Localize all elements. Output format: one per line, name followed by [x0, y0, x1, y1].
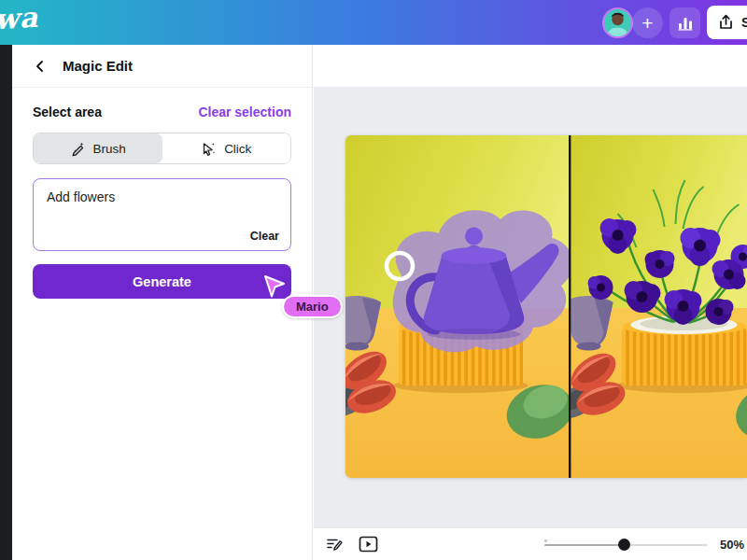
zoom-slider-tick [544, 539, 547, 542]
notes-pencil-icon [325, 535, 344, 553]
present-button[interactable] [356, 532, 380, 556]
zoom-slider-knob[interactable] [618, 539, 630, 551]
prompt-input[interactable]: Add flowers Clear [33, 178, 291, 251]
editor-toolbar-strip [314, 45, 747, 87]
top-bar: wa + Sha [0, 0, 747, 45]
share-button[interactable]: Share [707, 6, 747, 39]
after-image-half [549, 135, 747, 478]
panel-body: Select area Clear selection Brush [12, 88, 312, 299]
plus-icon: + [641, 12, 653, 35]
tool-click-button[interactable]: Click [162, 133, 291, 163]
panel-header: Magic Edit [12, 45, 312, 88]
zoom-level-value: 50% [720, 538, 744, 552]
magic-brush-icon [70, 141, 86, 157]
before-after-image [345, 135, 747, 478]
select-area-row: Select area Clear selection [33, 105, 291, 119]
avatar[interactable] [602, 7, 633, 38]
tool-brush-button[interactable]: Brush [34, 133, 162, 163]
before-image-half [345, 135, 580, 478]
cursor-sparkle-icon [201, 141, 217, 157]
chevron-left-icon [33, 59, 48, 74]
back-button[interactable] [31, 57, 49, 76]
zoom-slider-track[interactable] [624, 544, 708, 546]
tool-brush-label: Brush [93, 142, 126, 156]
before-after-divider [569, 135, 571, 478]
bottom-bar: 50% [313, 527, 747, 560]
canva-logo[interactable]: wa [0, 1, 39, 35]
avatar-image [604, 9, 631, 36]
play-presentation-icon [359, 536, 378, 553]
bar-chart-icon [677, 15, 694, 32]
collaborator-name-badge: Mario [282, 295, 343, 318]
design-preview-image[interactable] [345, 135, 747, 478]
prompt-clear-button[interactable]: Clear [250, 230, 279, 243]
tool-click-label: Click [224, 142, 251, 156]
collaborator-cursor-icon [262, 274, 288, 300]
generate-button[interactable]: Generate [33, 264, 291, 299]
zoom-slider[interactable] [544, 539, 708, 551]
collapsed-side-rail [0, 45, 12, 560]
selection-tool-toggle: Brush Click [33, 133, 291, 164]
upload-icon [718, 14, 734, 31]
panel-title: Magic Edit [63, 58, 133, 74]
canva-magic-edit-app: wa + Sha [0, 0, 747, 560]
prompt-value: Add flowers [47, 189, 277, 204]
notes-button[interactable] [322, 532, 346, 556]
insights-button[interactable] [669, 7, 700, 38]
add-button[interactable]: + [632, 7, 663, 38]
clear-selection-button[interactable]: Clear selection [198, 105, 291, 119]
share-label: Share [741, 15, 747, 30]
magic-edit-panel: Magic Edit Select area Clear selection B… [12, 45, 313, 560]
zoom-slider-track-filled[interactable] [544, 544, 624, 546]
select-area-label: Select area [33, 105, 102, 119]
